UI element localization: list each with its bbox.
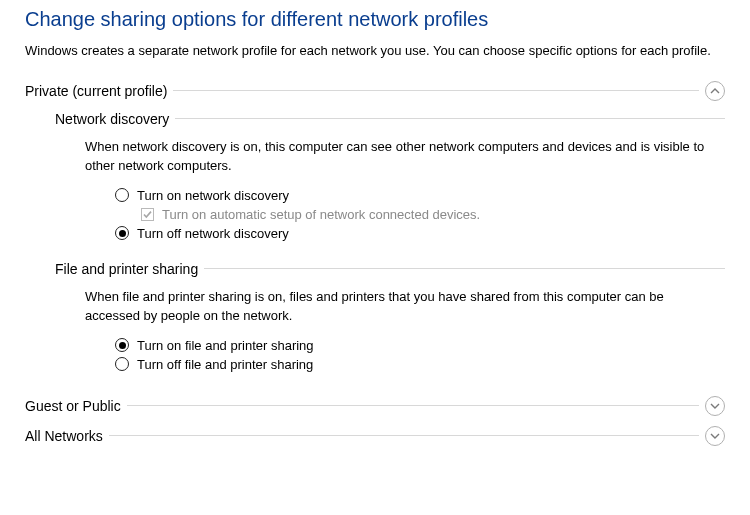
radio-file-printer-on[interactable]: Turn on file and printer sharing: [115, 338, 725, 353]
radio-icon: [115, 188, 129, 202]
network-discovery-description: When network discovery is on, this compu…: [85, 137, 705, 176]
divider: [127, 405, 699, 406]
radio-network-discovery-off[interactable]: Turn off network discovery: [115, 226, 725, 241]
subheading-network-discovery: Network discovery: [55, 111, 725, 127]
radio-icon: [115, 226, 129, 240]
divider: [109, 435, 699, 436]
section-header-guest[interactable]: Guest or Public: [25, 394, 725, 418]
section-body-private: Network discovery When network discovery…: [25, 103, 725, 388]
checkbox-auto-setup: Turn on automatic setup of network conne…: [141, 207, 725, 222]
checkbox-icon: [141, 208, 154, 221]
section-all-networks: All Networks: [25, 424, 725, 448]
subheading-label: File and printer sharing: [55, 261, 198, 277]
file-printer-radio-group: Turn on file and printer sharing Turn of…: [115, 338, 725, 372]
chevron-up-icon[interactable]: [705, 81, 725, 101]
radio-label: Turn off file and printer sharing: [137, 357, 313, 372]
chevron-down-icon[interactable]: [705, 426, 725, 446]
radio-label: Turn on network discovery: [137, 188, 289, 203]
section-header-all-networks[interactable]: All Networks: [25, 424, 725, 448]
section-private: Private (current profile) Network discov…: [25, 79, 725, 388]
radio-label: Turn on file and printer sharing: [137, 338, 314, 353]
section-label-private: Private (current profile): [25, 83, 167, 99]
divider: [173, 90, 699, 91]
radio-icon: [115, 338, 129, 352]
page-description: Windows creates a separate network profi…: [25, 41, 725, 61]
section-header-private[interactable]: Private (current profile): [25, 79, 725, 103]
radio-network-discovery-on[interactable]: Turn on network discovery: [115, 188, 725, 203]
radio-icon: [115, 357, 129, 371]
page-title: Change sharing options for different net…: [25, 8, 725, 31]
subheading-file-printer-sharing: File and printer sharing: [55, 261, 725, 277]
section-label-all-networks: All Networks: [25, 428, 103, 444]
section-label-guest: Guest or Public: [25, 398, 121, 414]
file-printer-description: When file and printer sharing is on, fil…: [85, 287, 705, 326]
divider: [204, 268, 725, 269]
checkbox-label: Turn on automatic setup of network conne…: [162, 207, 480, 222]
chevron-down-icon[interactable]: [705, 396, 725, 416]
radio-file-printer-off[interactable]: Turn off file and printer sharing: [115, 357, 725, 372]
divider: [175, 118, 725, 119]
network-discovery-radio-group: Turn on network discovery Turn on automa…: [115, 188, 725, 241]
subheading-label: Network discovery: [55, 111, 169, 127]
radio-label: Turn off network discovery: [137, 226, 289, 241]
section-guest: Guest or Public: [25, 394, 725, 418]
